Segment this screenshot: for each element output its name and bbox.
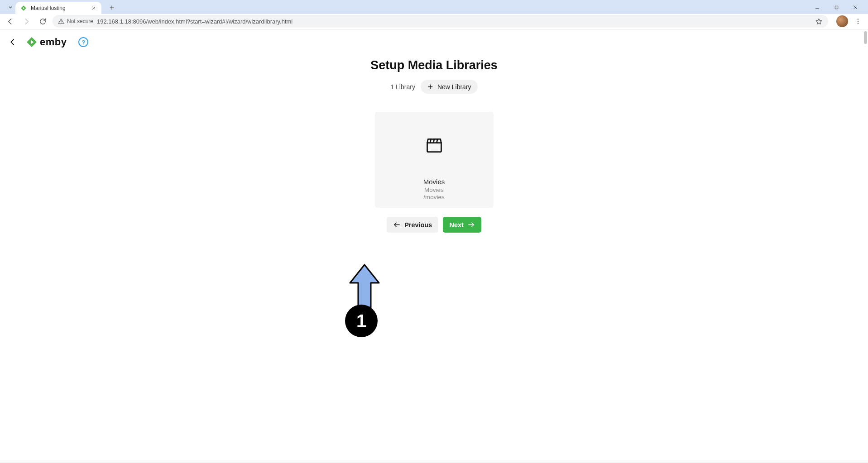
library-path: /movies: [423, 194, 445, 200]
library-count: 1 Library: [390, 83, 415, 91]
minimize-button[interactable]: [811, 2, 824, 12]
plus-icon: [427, 83, 434, 90]
help-icon: ?: [82, 39, 86, 46]
next-label: Next: [449, 221, 463, 229]
close-tab-icon[interactable]: [91, 5, 97, 11]
app-header: emby ?: [0, 29, 868, 55]
page-body: emby ? Setup Media Libraries 1 Library N…: [0, 29, 868, 463]
main-content: Setup Media Libraries 1 Library New Libr…: [0, 55, 868, 233]
security-indicator[interactable]: Not secure: [58, 18, 93, 24]
annotation-step-number: 1: [356, 311, 366, 331]
url-text: 192.168.1.18:8096/web/index.html?start=w…: [97, 18, 811, 25]
new-library-button[interactable]: New Library: [421, 80, 478, 94]
svg-rect-0: [835, 6, 838, 9]
annotation-arrow: [347, 262, 382, 310]
help-button[interactable]: ?: [78, 37, 88, 47]
movie-icon: [425, 137, 443, 153]
emby-logo[interactable]: emby: [26, 36, 67, 48]
tab-dropdown-icon[interactable]: [5, 2, 15, 12]
warning-icon: [58, 18, 64, 24]
arrow-right-icon: [467, 221, 475, 229]
chrome-menu-icon[interactable]: [852, 15, 864, 28]
library-type: Movies: [424, 186, 444, 193]
profile-avatar[interactable]: [836, 15, 848, 27]
page-title: Setup Media Libraries: [370, 58, 498, 72]
library-card[interactable]: Movies Movies /movies: [375, 112, 494, 208]
reload-button[interactable]: [36, 15, 49, 28]
new-tab-button[interactable]: [106, 2, 118, 14]
maximize-button[interactable]: [830, 2, 843, 12]
browser-toolbar: Not secure 192.168.1.18:8096/web/index.h…: [0, 14, 868, 29]
browser-tab-strip: MariusHosting: [0, 0, 868, 14]
arrow-left-icon: [393, 221, 401, 229]
library-name: Movies: [423, 178, 445, 186]
svg-point-3: [858, 21, 858, 22]
address-bar[interactable]: Not secure 192.168.1.18:8096/web/index.h…: [53, 15, 828, 28]
svg-point-2: [858, 19, 858, 19]
emby-logo-icon: [26, 37, 37, 48]
scrollbar[interactable]: [864, 31, 867, 44]
app-back-button[interactable]: [8, 38, 17, 47]
bookmark-icon[interactable]: [815, 18, 823, 25]
browser-tab[interactable]: MariusHosting: [15, 2, 101, 14]
back-button[interactable]: [4, 15, 16, 28]
next-button[interactable]: Next: [443, 217, 481, 233]
new-library-label: New Library: [437, 83, 471, 91]
forward-button[interactable]: [20, 15, 33, 28]
previous-label: Previous: [404, 221, 432, 229]
page-frame: emby ? Setup Media Libraries 1 Library N…: [0, 29, 868, 463]
security-label: Not secure: [67, 18, 93, 24]
wizard-nav: Previous Next: [387, 217, 481, 233]
annotation-step-badge: 1: [345, 305, 378, 337]
previous-button[interactable]: Previous: [387, 217, 438, 233]
window-controls: [811, 2, 864, 12]
svg-point-1: [61, 22, 61, 23]
svg-point-4: [858, 23, 858, 24]
emby-logo-text: emby: [40, 36, 67, 48]
browser-tab-title: MariusHosting: [31, 5, 87, 11]
close-window-button[interactable]: [849, 2, 862, 12]
library-toolbar: 1 Library New Library: [390, 80, 477, 94]
emby-favicon-icon: [20, 5, 27, 12]
